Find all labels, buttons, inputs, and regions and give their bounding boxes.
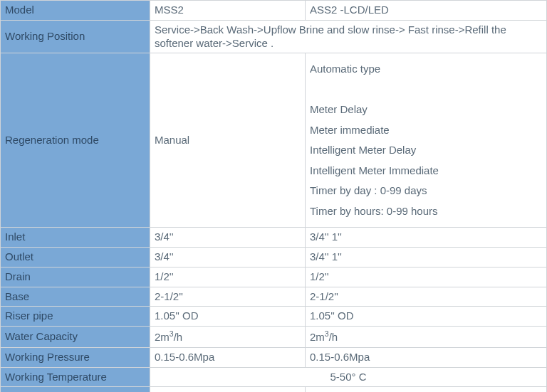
val-model-1: MSS2 <box>150 1 306 21</box>
label-inlet: Inlet <box>1 228 150 248</box>
val-power-supply-2: AC100-240 / 50-60Hz / DC12V-1.5A <box>306 387 547 392</box>
val-water-capacity-2: 2m3/h <box>306 327 547 348</box>
label-base: Base <box>1 287 150 307</box>
val-riser-pipe-1: 1.05'' OD <box>150 307 306 327</box>
val-outlet-2: 3/4'' 1'' <box>306 248 547 267</box>
val-model-2: ASS2 -LCD/LED <box>306 1 547 21</box>
row-working-pressure: Working Pressure 0.15-0.6Mpa 0.15-0.6Mpa <box>1 347 547 367</box>
row-inlet: Inlet 3/4'' 3/4'' 1'' <box>1 228 547 248</box>
row-power-supply: Power Supply No Need Power AC100-240 / 5… <box>1 387 547 392</box>
val-inlet-2: 3/4'' 1'' <box>306 228 547 248</box>
val-power-supply-1: No Need Power <box>150 387 306 392</box>
val-drain-2: 1/2'' <box>306 267 547 287</box>
label-working-pressure: Working Pressure <box>1 347 150 367</box>
val-inlet-1: 3/4'' <box>150 228 306 248</box>
label-water-capacity: Water Capacity <box>1 327 150 348</box>
row-working-position: Working Position Service->Back Wash->Upf… <box>1 20 547 53</box>
row-outlet: Outlet 3/4'' 3/4'' 1'' <box>1 248 547 267</box>
val-riser-pipe-2: 1.05'' OD <box>306 307 547 327</box>
val-regeneration-mode-2: Automatic type Meter Delay Meter immedia… <box>306 53 547 228</box>
label-working-position: Working Position <box>1 20 150 53</box>
row-base: Base 2-1/2'' 2-1/2'' <box>1 287 547 307</box>
val-working-pressure-2: 0.15-0.6Mpa <box>306 347 547 367</box>
label-riser-pipe: Riser pipe <box>1 307 150 327</box>
row-drain: Drain 1/2'' 1/2'' <box>1 267 547 287</box>
spec-table: Model MSS2 ASS2 -LCD/LED Working Positio… <box>0 0 547 392</box>
label-power-supply: Power Supply <box>1 387 150 392</box>
val-working-pressure-1: 0.15-0.6Mpa <box>150 347 306 367</box>
label-working-temperature: Working Temperature <box>1 367 150 387</box>
val-water-capacity-1: 2m3/h <box>150 327 306 348</box>
row-working-temperature: Working Temperature 5-50° C <box>1 367 547 387</box>
val-base-1: 2-1/2'' <box>150 287 306 307</box>
label-regeneration-mode: Regeneration mode <box>1 53 150 228</box>
label-drain: Drain <box>1 267 150 287</box>
label-model: Model <box>1 1 150 21</box>
val-working-temperature: 5-50° C <box>150 367 547 387</box>
label-outlet: Outlet <box>1 248 150 267</box>
row-water-capacity: Water Capacity 2m3/h 2m3/h <box>1 327 547 348</box>
val-drain-1: 1/2'' <box>150 267 306 287</box>
val-working-position: Service->Back Wash->Upflow Brine and slo… <box>150 20 547 53</box>
val-outlet-1: 3/4'' <box>150 248 306 267</box>
row-model: Model MSS2 ASS2 -LCD/LED <box>1 1 547 21</box>
row-riser-pipe: Riser pipe 1.05'' OD 1.05'' OD <box>1 307 547 327</box>
val-base-2: 2-1/2'' <box>306 287 547 307</box>
val-regeneration-mode-1: Manual <box>150 53 306 228</box>
row-regeneration-mode: Regeneration mode Manual Automatic type … <box>1 53 547 228</box>
